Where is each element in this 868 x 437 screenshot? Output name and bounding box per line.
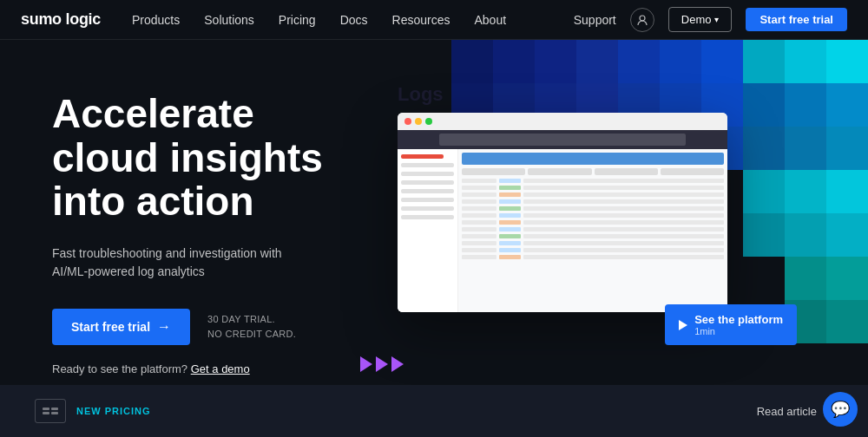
arrow-icon: →	[157, 319, 171, 335]
hero-demo-link: Ready to see the platform? Get a demo	[52, 362, 356, 375]
bottom-strip: NEW PRICING Read article	[0, 385, 868, 437]
play-arrow-1	[360, 356, 372, 372]
nav-item-about[interactable]: About	[474, 13, 506, 27]
hero-heading: Accelerate cloud insights into action	[52, 92, 356, 224]
nav-links: Products Solutions Pricing Docs Resource…	[132, 13, 574, 27]
svg-rect-2	[493, 40, 535, 83]
hero-cta-row: Start free trial → 30 DAY TRIAL. NO CRED…	[52, 309, 356, 345]
svg-rect-4	[576, 40, 618, 83]
nav-right: Support Demo Start free trial	[574, 7, 847, 32]
play-arrows-area	[360, 356, 404, 372]
hero-subtext: Fast troubleshooting and investigation w…	[52, 245, 286, 281]
svg-rect-8	[743, 40, 785, 83]
trial-note: 30 DAY TRIAL. NO CREDIT CARD.	[207, 312, 296, 341]
see-platform-sublabel: 1min	[694, 326, 783, 336]
chat-icon: 💬	[831, 400, 850, 419]
svg-rect-9	[785, 40, 826, 83]
svg-rect-38	[826, 257, 868, 300]
nav-item-pricing[interactable]: Pricing	[279, 13, 316, 27]
svg-rect-40	[826, 300, 868, 343]
svg-rect-20	[826, 83, 868, 127]
demo-button[interactable]: Demo	[668, 7, 733, 32]
window-titlebar	[398, 113, 727, 130]
window-search-bar	[439, 134, 686, 146]
screenshot-window	[398, 113, 727, 312]
play-icon	[679, 320, 687, 330]
nav-item-resources[interactable]: Resources	[392, 13, 450, 27]
play-arrows	[360, 356, 404, 372]
chat-bubble[interactable]: 💬	[823, 392, 858, 427]
nav-item-solutions[interactable]: Solutions	[204, 13, 254, 27]
window-sidebar	[398, 149, 458, 312]
svg-rect-36	[826, 213, 868, 257]
trial-button[interactable]: Start free trial	[746, 8, 847, 31]
svg-rect-1	[451, 40, 493, 83]
svg-rect-33	[826, 170, 868, 213]
svg-rect-5	[618, 40, 660, 83]
svg-rect-30	[826, 127, 868, 170]
window-close-dot	[404, 118, 411, 125]
svg-point-0	[640, 16, 645, 21]
window-main	[458, 149, 727, 312]
see-platform-button[interactable]: See the platform 1min	[665, 304, 797, 345]
read-article-link[interactable]: Read article	[757, 405, 833, 418]
navbar: sumo logic Products Solutions Pricing Do…	[0, 0, 868, 40]
see-platform-label: See the platform	[694, 313, 783, 326]
hero-screenshot: Logs	[372, 83, 806, 361]
new-pricing-area: NEW PRICING	[35, 399, 151, 423]
nav-item-products[interactable]: Products	[132, 13, 180, 27]
new-pricing-label: NEW PRICING	[76, 406, 151, 416]
window-min-dot	[415, 118, 422, 125]
play-arrow-3	[391, 356, 404, 372]
user-icon[interactable]	[630, 8, 654, 32]
logo[interactable]: sumo logic	[21, 10, 101, 29]
support-link[interactable]: Support	[574, 13, 616, 27]
hero-left: Accelerate cloud insights into action Fa…	[0, 40, 356, 375]
svg-rect-7	[701, 40, 743, 83]
svg-rect-3	[535, 40, 576, 83]
pricing-icon	[35, 399, 66, 423]
get-a-demo-link[interactable]: Get a demo	[191, 362, 250, 375]
screenshot-label: Logs	[398, 83, 806, 106]
hero-section: Accelerate cloud insights into action Fa…	[0, 40, 868, 437]
play-arrow-2	[376, 356, 388, 372]
svg-rect-10	[826, 40, 868, 83]
window-max-dot	[425, 118, 432, 125]
hero-start-trial-button[interactable]: Start free trial →	[52, 309, 190, 345]
window-toolbar	[398, 130, 727, 149]
nav-item-docs[interactable]: Docs	[340, 13, 368, 27]
svg-rect-6	[660, 40, 701, 83]
window-content	[398, 149, 727, 312]
